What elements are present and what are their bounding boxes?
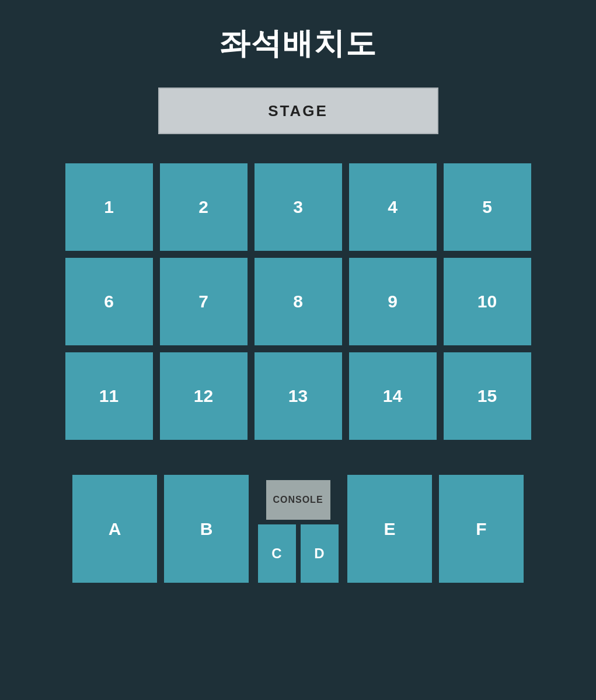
seat-7[interactable]: 7	[160, 258, 248, 345]
seat-12[interactable]: 12	[160, 352, 248, 440]
seat-10[interactable]: 10	[444, 258, 531, 345]
page-title: 좌석배치도	[219, 23, 377, 64]
back-seat-F[interactable]: F	[439, 475, 524, 583]
seat-5[interactable]: 5	[444, 163, 531, 251]
stage-wrapper: STAGE	[158, 88, 438, 134]
back-seat-E[interactable]: E	[347, 475, 432, 583]
seat-1[interactable]: 1	[65, 163, 153, 251]
seat-11[interactable]: 11	[65, 352, 153, 440]
console-label: CONSOLE	[273, 495, 323, 505]
back-seat-B[interactable]: B	[164, 475, 249, 583]
seat-9[interactable]: 9	[349, 258, 437, 345]
back-seat-C[interactable]: C	[258, 524, 296, 583]
console-box: CONSOLE	[266, 480, 330, 520]
back-seat-A[interactable]: A	[72, 475, 157, 583]
seat-4[interactable]: 4	[349, 163, 437, 251]
cd-row: C D	[256, 524, 340, 583]
seat-3[interactable]: 3	[255, 163, 342, 251]
stage-label: STAGE	[268, 102, 328, 120]
back-seat-D[interactable]: D	[301, 524, 339, 583]
seat-8[interactable]: 8	[255, 258, 342, 345]
seat-14[interactable]: 14	[349, 352, 437, 440]
middle-column: CONSOLE C D	[256, 480, 340, 583]
seat-15[interactable]: 15	[444, 352, 531, 440]
seat-2[interactable]: 2	[160, 163, 248, 251]
main-seating-grid: 1 2 3 4 5 6 7 8 9 10 11 12 13 14 15	[65, 163, 531, 440]
back-area-inner: A B CONSOLE C D E F	[59, 475, 538, 583]
back-area: A B CONSOLE C D E F	[59, 475, 538, 583]
seat-6[interactable]: 6	[65, 258, 153, 345]
stage-box: STAGE	[158, 88, 438, 134]
seat-13[interactable]: 13	[255, 352, 342, 440]
